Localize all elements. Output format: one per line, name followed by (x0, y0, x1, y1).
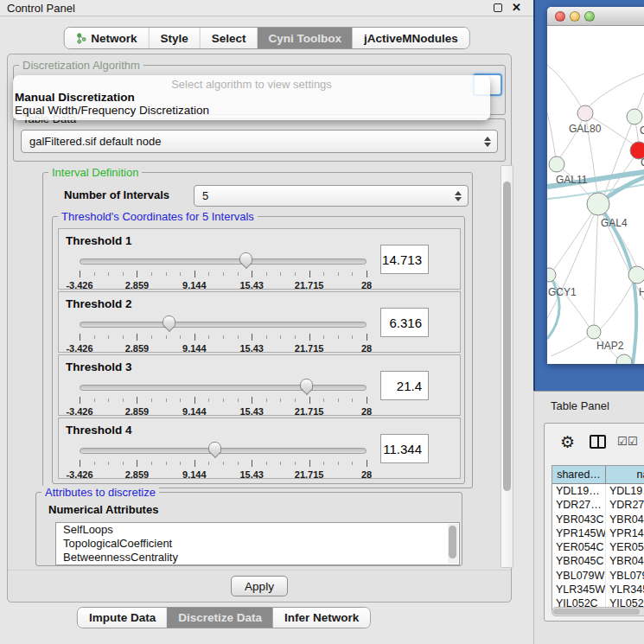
settings-scroll-area: Interval Definition Number of Intervals … (15, 165, 499, 568)
tab-label: jActiveMNodules (364, 32, 458, 45)
dropdown-item[interactable]: Equal Width/Frequency Discretization (13, 104, 490, 117)
tab-impute-data[interactable]: Impute Data (78, 608, 167, 628)
network-edge[interactable] (547, 204, 598, 318)
checkbox-icon[interactable]: ☑ (628, 435, 638, 448)
threshold-panel: Threshold 4-3.4262.8599.14415.4321.71528 (58, 418, 461, 479)
tab-network[interactable]: Network (64, 28, 148, 48)
table-cell: YLR345W (552, 583, 606, 596)
table-row[interactable]: YBR045CYBR045C (552, 554, 644, 568)
table-row[interactable]: YDL19…YDL19… (552, 484, 644, 498)
tab-label: Discretize Data (178, 611, 262, 624)
threshold-label: Threshold 2 (66, 297, 132, 310)
tab-select[interactable]: Select (200, 28, 258, 48)
network-canvas[interactable]: GAL80GACGAL11GAL4GCY1HHAP2 (547, 26, 644, 364)
slider-track[interactable] (80, 385, 367, 391)
table-row[interactable]: YBR043CYBR043C (552, 513, 644, 526)
table-cell: YLR345W (606, 583, 644, 596)
list-scrollbar[interactable] (448, 524, 458, 564)
tab-style[interactable]: Style (148, 28, 199, 48)
table-cell: YER054C (552, 540, 606, 554)
slider-thumb[interactable] (163, 316, 175, 327)
network-view-window: GAL80GACGAL11GAL4GCY1HHAP2 (547, 7, 644, 364)
slider-tick-labels: -3.4262.8599.14415.4321.71528 (80, 280, 367, 290)
attribute-list-item[interactable]: BetweennessCentrality (56, 551, 459, 564)
table-data-combobox[interactable]: galFiltered.sif default node (21, 130, 498, 153)
checkbox-icon[interactable]: ☑ (617, 435, 628, 448)
slider-tick-labels: -3.4262.8599.14415.4321.71528 (80, 406, 367, 417)
table-cell: YBR043C (552, 513, 606, 526)
control-panel-window: Control Panel ✕ NetworkStyleSelectCyni T… (0, 0, 533, 644)
threshold-slider[interactable]: -3.4262.8599.14415.4321.71528 (80, 378, 367, 416)
table-cell: YER054C (606, 540, 644, 554)
network-edge[interactable] (594, 204, 598, 325)
network-node[interactable] (577, 105, 593, 121)
apply-button[interactable]: Apply (231, 576, 288, 596)
spinner-arrows-icon (455, 191, 462, 201)
slider-thumb[interactable] (208, 442, 221, 453)
dropdown-item[interactable]: Manual Discretization (13, 91, 490, 104)
tab-infer-network[interactable]: Infer Network (273, 608, 370, 628)
attribute-list-item[interactable]: SelfLoops (56, 523, 459, 537)
apply-row: Apply (8, 570, 511, 599)
slider-track[interactable] (80, 322, 367, 328)
network-edge[interactable] (551, 332, 594, 356)
close-icon[interactable]: ✕ (512, 1, 521, 14)
table-row[interactable]: YER054CYER054C (552, 540, 644, 554)
slider-track[interactable] (80, 448, 367, 454)
table-cell: YDL19… (552, 484, 606, 498)
network-node[interactable] (547, 268, 556, 282)
table-hscrollbar[interactable] (552, 607, 644, 616)
threshold-value-input[interactable] (380, 434, 429, 463)
number-of-intervals-combobox[interactable]: 5 (194, 185, 469, 207)
tab-label: Infer Network (284, 611, 359, 624)
table-row[interactable]: YDR27…YDR27… (552, 498, 644, 512)
network-node[interactable] (587, 193, 609, 215)
table-data-combobox-value: galFiltered.sif default node (29, 135, 161, 148)
table-data-group: Table Data galFiltered.sif default node (13, 118, 506, 162)
network-icon (75, 33, 86, 44)
gear-icon[interactable]: ⚙ (560, 432, 575, 452)
network-node[interactable] (627, 109, 642, 124)
slider-thumb[interactable] (300, 379, 313, 390)
network-edge[interactable] (552, 204, 598, 271)
tab-discretize-data[interactable]: Discretize Data (167, 608, 273, 628)
network-edge[interactable] (547, 65, 585, 113)
threshold-slider[interactable]: -3.4262.8599.14415.4321.71528 (80, 441, 367, 479)
mac-minimize-button[interactable] (570, 11, 580, 22)
settings-scrollbar[interactable] (501, 165, 513, 568)
cyni-toolbox-panel: Discretization Algorithm Select algorith… (7, 54, 512, 603)
threshold-slider[interactable]: -3.4262.8599.14415.4321.71528 (80, 315, 367, 353)
slider-thumb[interactable] (239, 252, 252, 264)
network-node[interactable] (628, 266, 644, 284)
threshold-value-input[interactable] (380, 308, 429, 337)
tab-jactivemnodules[interactable]: jActiveMNodules (353, 28, 469, 48)
mac-close-button[interactable] (555, 11, 565, 22)
table-row[interactable]: YPR145WYPR145W (552, 526, 644, 540)
attribute-list-item[interactable]: TopologicalCoefficient (56, 537, 459, 551)
network-node[interactable] (616, 354, 632, 364)
network-edge[interactable] (588, 71, 644, 107)
float-window-icon[interactable] (494, 3, 502, 12)
split-columns-icon[interactable] (590, 435, 606, 449)
table-row[interactable]: YLR345WYLR345W (552, 583, 644, 596)
threshold-label: Threshold 1 (66, 234, 132, 247)
right-side: GAL80GACGAL11GAL4GCY1HHAP2 Table Panel ⚙… (533, 0, 644, 644)
network-node[interactable] (587, 325, 601, 339)
slider-track[interactable] (80, 258, 367, 265)
mac-zoom-button[interactable] (584, 11, 595, 22)
algorithm-dropdown-popup: Select algorithm to view settings Manual… (13, 75, 490, 120)
table-cell: YBR045C (552, 554, 606, 568)
threshold-slider[interactable]: -3.4262.8599.14415.4321.71528 (80, 252, 367, 290)
network-edge[interactable] (601, 275, 637, 328)
threshold-value-input[interactable] (380, 371, 429, 400)
numerical-attributes-list[interactable]: SelfLoopsTopologicalCoefficientBetweenne… (55, 522, 460, 565)
cytoscape-desktop: GAL80GACGAL11GAL4GCY1HHAP2 (533, 0, 644, 391)
threshold-value-input[interactable] (380, 245, 429, 274)
number-of-intervals-label: Number of Intervals (64, 188, 169, 201)
network-window-titlebar[interactable] (547, 7, 644, 26)
tab-cyni-toolbox[interactable]: Cyni Toolbox (258, 28, 354, 48)
column-header[interactable]: shared… (552, 466, 606, 483)
column-header[interactable]: na (606, 466, 644, 483)
network-node[interactable] (549, 156, 564, 172)
table-row[interactable]: YBL079WYBL079W (552, 569, 644, 583)
